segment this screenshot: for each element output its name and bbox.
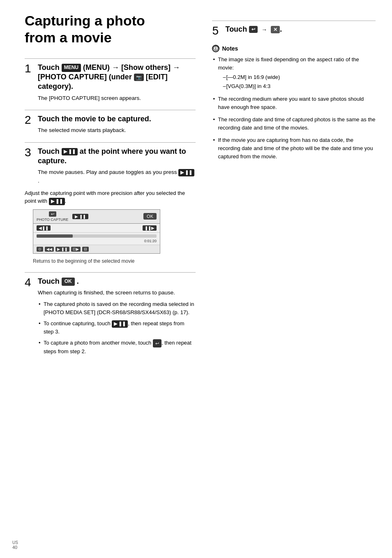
x-btn-5[interactable]: ✕ xyxy=(271,26,280,33)
play-pause-btn-4[interactable]: ▶ ❚❚ xyxy=(112,320,128,327)
us-label: US xyxy=(12,540,18,545)
notes-section: ⓘ Notes The image size is fixed dependin… xyxy=(212,45,376,161)
note-item-3: The recording date and time of captured … xyxy=(212,116,376,132)
notes-title: ⓘ Notes xyxy=(212,45,376,52)
capture-ui-box: ↩ PHOTO CAPTURE ▶ ❚❚ OK ◀❚❚ ❚❚▶ xyxy=(33,209,160,254)
next-frame-btn[interactable]: ❚❚▶ xyxy=(143,225,157,231)
step-5-dot: . xyxy=(280,25,282,34)
step-3-header: 3 Touch ▶ ❚❚ at the point where you want… xyxy=(25,147,196,185)
touch-label-3: Touch xyxy=(38,147,62,155)
note-sublist-1: [—0.2M] in 16:9 (wide) [VGA(0.3M)] in 4:… xyxy=(218,73,376,90)
capture-ui-bottom: ⊙ ◀◀ ▶ ❚❚ ⊡▶ ⊟ xyxy=(33,245,160,253)
bullet-2: To continue capturing, touch ▶ ❚❚, then … xyxy=(38,320,196,336)
back-btn-4[interactable]: ↩ xyxy=(153,339,161,348)
ctrl-btn-1[interactable]: ⊙ xyxy=(37,247,43,252)
step-2-sub: The selected movie starts playback. xyxy=(38,126,196,134)
ok-btn-ui[interactable]: OK xyxy=(143,213,157,220)
step-3: 3 Touch ▶ ❚❚ at the point where you want… xyxy=(25,142,196,265)
play-pause-adjust: ▶ ❚❚ xyxy=(49,198,65,205)
capture-ui-timeline: 0:01:20 xyxy=(33,233,160,245)
ctrl-btn-3[interactable]: ⊡▶ xyxy=(71,247,81,252)
step-1-number: 1 xyxy=(25,63,34,74)
step-4-main: Touch OK . xyxy=(38,277,196,286)
back-btn-5[interactable]: ↩ xyxy=(249,26,258,33)
step-1-header: 1 Touch MENU (MENU) → [Show others] → [P… xyxy=(25,63,196,102)
step-5-number: 5 xyxy=(212,25,221,37)
bullet-3: To capture a photo from another movie, t… xyxy=(38,339,196,355)
play-pause-btn-3b[interactable]: ▶ ❚❚ xyxy=(178,169,194,176)
menu-button-1[interactable]: MENU xyxy=(62,64,81,72)
page-number: 40 xyxy=(12,545,18,550)
page-footer: US 40 xyxy=(12,540,18,550)
step-3-main: Touch ▶ ❚❚ at the point where you want t… xyxy=(38,147,196,166)
ok-btn-4[interactable]: OK xyxy=(62,278,75,286)
photo-capture-label: PHOTO CAPTURE xyxy=(37,218,68,222)
step-1-main: Touch MENU (MENU) → [Show others] → [PHO… xyxy=(38,63,196,92)
step-4-bullets: The captured photo is saved on the recor… xyxy=(38,300,196,355)
step-4-header: 4 Touch OK . When capturing is finished,… xyxy=(25,277,196,359)
note-subitem-1b: [VGA(0.3M)] in 4:3 xyxy=(222,82,376,90)
page-container: Capturing a photo from a movie 1 Touch M… xyxy=(0,0,392,558)
step-5-main: Touch ↩ → ✕ . xyxy=(225,25,376,34)
capture-ui-top-left: ↩ PHOTO CAPTURE xyxy=(37,211,68,222)
touch-label-4: Touch xyxy=(38,277,62,285)
capture-ui-top: ↩ PHOTO CAPTURE ▶ ❚❚ OK xyxy=(33,210,160,224)
step-5-header: 5 Touch ↩ → ✕ . xyxy=(212,25,376,37)
adjust-note: Adjust the capturing point with more pre… xyxy=(25,189,196,205)
title-line2: from a movie xyxy=(25,30,112,45)
step-4-content: Touch OK . When capturing is finished, t… xyxy=(38,277,196,359)
play-pause-btn-3[interactable]: ▶ ❚❚ xyxy=(62,148,78,155)
note-subitem-1a: [—0.2M] in 16:9 (wide) xyxy=(222,73,376,81)
step-2-main: Touch the movie to be captured. xyxy=(38,114,196,124)
returns-note: Returns to the beginning of the selected… xyxy=(33,258,196,265)
touch-label-1: Touch xyxy=(38,63,62,72)
bullet-1: The captured photo is saved on the recor… xyxy=(38,300,196,316)
step-1-content: Touch MENU (MENU) → [Show others] → [PHO… xyxy=(38,63,196,102)
arrow-5: → xyxy=(261,26,267,33)
step-4-number: 4 xyxy=(25,277,34,288)
playpause-btn-ui[interactable]: ▶ ❚❚ xyxy=(72,214,88,219)
timeline-bar xyxy=(37,234,157,238)
step-4-sub: When capturing is finished, the screen r… xyxy=(38,289,196,297)
left-column: Capturing a photo from a movie 1 Touch M… xyxy=(25,12,204,542)
step-4-dot: . xyxy=(77,277,79,285)
step-1-sub: The [PHOTO CAPTURE] screen appears. xyxy=(38,94,196,102)
step-3-sub: The movie pauses. Play and pause toggles… xyxy=(38,168,196,185)
step-1: 1 Touch MENU (MENU) → [Show others] → [P… xyxy=(25,58,196,102)
step-5: 5 Touch ↩ → ✕ . xyxy=(212,21,376,37)
ctrl-btn-play[interactable]: ▶ ❚❚ xyxy=(55,247,69,252)
right-column: 5 Touch ↩ → ✕ . ⓘ Notes xyxy=(204,12,376,542)
notes-icon: ⓘ xyxy=(212,45,219,52)
timeline-time: 0:01:20 xyxy=(37,239,157,243)
edit-icon-1: 📷 xyxy=(134,74,144,81)
notes-label: Notes xyxy=(222,45,238,52)
step-2-header: 2 Touch the movie to be captured. The se… xyxy=(25,114,196,135)
page-title: Capturing a photo from a movie xyxy=(25,12,196,46)
step-3-number: 3 xyxy=(25,147,34,158)
note-item-4: If the movie you are capturing from has … xyxy=(212,136,376,161)
step-5-content: Touch ↩ → ✕ . xyxy=(225,25,376,34)
touch-label-5: Touch xyxy=(225,25,247,34)
timeline-fill xyxy=(37,234,73,238)
step-2-content: Touch the movie to be captured. The sele… xyxy=(38,114,196,135)
note-item-1: The image size is fixed depending on the… xyxy=(212,56,376,91)
notes-list: The image size is fixed depending on the… xyxy=(212,56,376,161)
step-3-content: Touch ▶ ❚❚ at the point where you want t… xyxy=(38,147,196,185)
title-line1: Capturing a photo xyxy=(25,13,145,28)
step-2: 2 Touch the movie to be captured. The se… xyxy=(25,110,196,135)
step-2-number: 2 xyxy=(25,114,34,126)
prev-frame-btn[interactable]: ◀❚❚ xyxy=(37,225,51,231)
back-btn-ui[interactable]: ↩ xyxy=(49,211,56,217)
ctrl-btn-2[interactable]: ◀◀ xyxy=(45,247,54,252)
note-item-2: The recording medium where you want to s… xyxy=(212,95,376,111)
capture-ui-middle: ◀❚❚ ❚❚▶ xyxy=(33,224,160,233)
ctrl-btn-4[interactable]: ⊟ xyxy=(82,247,89,252)
step-4: 4 Touch OK . When capturing is finished,… xyxy=(25,272,196,359)
